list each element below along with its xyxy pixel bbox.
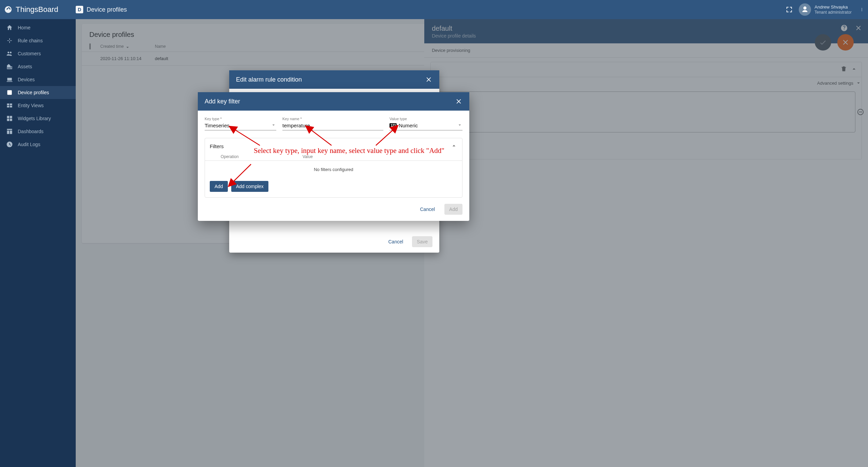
dialog-title: Add key filter xyxy=(205,98,240,105)
sidebar-item-rule-chains[interactable]: Rule chains xyxy=(0,34,76,47)
overflow-menu-icon[interactable] xyxy=(857,6,864,13)
filters-columns: Operation Value xyxy=(205,153,462,161)
svg-point-2 xyxy=(862,11,862,11)
fullscreen-icon[interactable] xyxy=(785,5,793,14)
avatar xyxy=(799,3,811,16)
assets-icon xyxy=(6,63,13,70)
svg-rect-3 xyxy=(7,90,12,95)
filters-title: Filters xyxy=(210,143,224,149)
add-key-filter-dialog: Add key filter Key type * Timeseries xyxy=(198,92,469,221)
dashboards-icon xyxy=(6,128,13,135)
collapse-icon[interactable] xyxy=(451,142,457,150)
sidebar-item-widgets-library[interactable]: Widgets Library xyxy=(0,112,76,125)
value-type-value: Numeric xyxy=(399,123,418,128)
device-profiles-icon: D xyxy=(76,6,83,13)
dropdown-icon xyxy=(271,122,276,129)
breadcrumb-label: Device profiles xyxy=(87,6,127,13)
dropdown-icon xyxy=(457,122,462,129)
add-filter-button[interactable]: Add xyxy=(210,181,228,192)
sidebar-item-label: Device profiles xyxy=(18,90,49,95)
sidebar-item-entity-views[interactable]: Entity Views xyxy=(0,99,76,112)
key-name-label: Key name * xyxy=(282,117,383,121)
top-actions: Andrew Shvayka Tenant administrator xyxy=(785,3,864,16)
rule-chains-icon xyxy=(6,37,13,44)
numeric-badge-icon: 123 xyxy=(389,123,397,128)
sidebar-item-label: Widgets Library xyxy=(18,116,51,121)
sidebar-item-label: Customers xyxy=(18,51,41,56)
filters-card: Filters Operation Value No filters confi… xyxy=(205,138,462,198)
add-complex-button[interactable]: Add complex xyxy=(231,181,268,192)
device-profiles-icon xyxy=(6,89,13,96)
col-operation: Operation xyxy=(221,154,303,159)
dialog-title: Edit alarm rule condition xyxy=(236,76,302,83)
widgets-icon xyxy=(6,115,13,122)
user-role: Tenant administrator xyxy=(814,10,852,15)
save-button[interactable]: Save xyxy=(412,236,432,247)
sidebar-item-device-profiles[interactable]: Device profiles xyxy=(0,86,76,99)
key-filter-fields: Key type * Timeseries Key name * tempera… xyxy=(198,111,469,133)
sidebar-item-label: Audit Logs xyxy=(18,142,40,147)
sidebar-item-label: Entity Views xyxy=(18,103,44,108)
key-name-input[interactable]: Key name * temperature xyxy=(282,117,383,130)
sidebar: Home Rule chains Customers Assets Device… xyxy=(0,19,76,467)
sidebar-item-devices[interactable]: Devices xyxy=(0,73,76,86)
svg-point-1 xyxy=(862,9,862,10)
sidebar-item-assets[interactable]: Assets xyxy=(0,60,76,73)
audit-logs-icon xyxy=(6,141,13,148)
brand: ThingsBoard xyxy=(4,5,76,14)
sidebar-item-dashboards[interactable]: Dashboards xyxy=(0,125,76,138)
brand-name: ThingsBoard xyxy=(16,5,58,14)
key-type-select[interactable]: Key type * Timeseries xyxy=(205,117,276,130)
brand-logo-icon xyxy=(4,5,12,14)
sidebar-item-label: Devices xyxy=(18,77,35,82)
sidebar-item-audit-logs[interactable]: Audit Logs xyxy=(0,138,76,151)
close-icon[interactable] xyxy=(425,76,432,83)
modal-backdrop xyxy=(76,19,868,467)
top-bar: ThingsBoard D Device profiles Andrew Shv… xyxy=(0,0,868,19)
sidebar-item-label: Home xyxy=(18,25,30,30)
breadcrumb[interactable]: D Device profiles xyxy=(76,6,127,13)
sidebar-item-label: Rule chains xyxy=(18,38,43,43)
entity-views-icon xyxy=(6,102,13,109)
sidebar-item-label: Dashboards xyxy=(18,129,44,134)
sidebar-item-home[interactable]: Home xyxy=(0,21,76,34)
cancel-button[interactable]: Cancel xyxy=(383,236,408,247)
sidebar-item-label: Assets xyxy=(18,64,32,69)
svg-point-0 xyxy=(862,8,862,9)
customers-icon xyxy=(6,50,13,57)
dialog-header: Edit alarm rule condition xyxy=(229,70,439,89)
dialog-header: Add key filter xyxy=(198,92,469,111)
key-type-label: Key type * xyxy=(205,117,276,121)
value-type-select[interactable]: Value type 123 Numeric xyxy=(389,117,462,130)
filters-empty: No filters configured xyxy=(205,161,462,178)
key-type-value: Timeseries xyxy=(205,123,230,128)
main: Device profiles Created time Name 2020-1… xyxy=(76,19,868,467)
user-name: Andrew Shvayka xyxy=(814,4,852,10)
col-value: Value xyxy=(303,154,446,159)
sidebar-item-customers[interactable]: Customers xyxy=(0,47,76,60)
value-type-label: Value type xyxy=(389,117,462,121)
key-name-value: temperature xyxy=(282,123,310,128)
devices-icon xyxy=(6,76,13,83)
add-button[interactable]: Add xyxy=(444,204,462,215)
cancel-button[interactable]: Cancel xyxy=(415,204,440,215)
close-icon[interactable] xyxy=(455,98,462,105)
user-text: Andrew Shvayka Tenant administrator xyxy=(814,4,852,15)
user-menu[interactable]: Andrew Shvayka Tenant administrator xyxy=(799,3,852,16)
home-icon xyxy=(6,24,13,31)
